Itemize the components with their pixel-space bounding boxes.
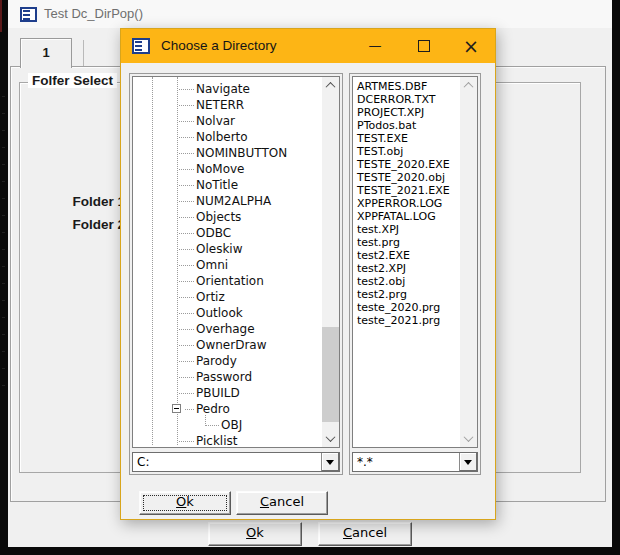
- scroll-up-button[interactable]: [322, 77, 339, 94]
- chevron-up-icon: [326, 82, 336, 92]
- close-button[interactable]: ×: [456, 33, 486, 59]
- file-item[interactable]: TESTE_2021.EXE: [353, 184, 460, 197]
- parent-cancel-button[interactable]: Cancel: [318, 522, 412, 546]
- tree-item[interactable]: Parody: [133, 353, 322, 369]
- maximize-icon: [418, 40, 430, 52]
- tree-item[interactable]: Omni: [133, 257, 322, 273]
- file-item[interactable]: TESTE_2020.obj: [353, 171, 460, 184]
- tree-item[interactable]: Password: [133, 369, 322, 385]
- scrollbar-thumb[interactable]: [322, 327, 339, 422]
- drive-value: C:: [137, 455, 149, 469]
- dialog-cancel-button[interactable]: Cancel: [236, 491, 328, 515]
- tree-item-label: OBJ: [221, 418, 242, 432]
- drive-dropdown-button[interactable]: [321, 453, 339, 471]
- tree-item-label: NOMINBUTTON: [196, 146, 287, 160]
- files-panel: ARTMES.DBF DCERROR.TXT PROJECT.XPJ PTodo…: [349, 73, 481, 475]
- background-window-left-edge: [0, 0, 8, 555]
- parent-window-title: Test Dc_DirPop(): [44, 6, 143, 21]
- file-listbox[interactable]: ARTMES.DBF DCERROR.TXT PROJECT.XPJ PTodo…: [352, 76, 478, 448]
- file-item[interactable]: XPPFATAL.LOG: [353, 210, 460, 223]
- file-item[interactable]: test2.XPJ: [353, 262, 460, 275]
- tree-item-label: Navigate: [196, 82, 250, 96]
- tree-item[interactable]: Navigate: [133, 81, 322, 97]
- tree-scrollbar[interactable]: [322, 77, 339, 447]
- screen: Test Dc_DirPop() 1 Folfer Select Folder …: [0, 0, 620, 555]
- tree-item-label: Omni: [196, 258, 228, 272]
- file-item[interactable]: test2.prg: [353, 288, 460, 301]
- tree-item[interactable]: Pedro: [133, 401, 322, 417]
- dialog-ok-button[interactable]: Ok: [139, 491, 231, 515]
- dropdown-arrow-icon: [326, 460, 334, 465]
- file-item[interactable]: PROJECT.XPJ: [353, 106, 460, 119]
- tree-item-label: Picklist: [196, 434, 237, 448]
- drive-combobox[interactable]: C:: [132, 452, 340, 472]
- tree-item[interactable]: Outlook: [133, 305, 322, 321]
- file-item[interactable]: XPPERROR.LOG: [353, 197, 460, 210]
- tree-item[interactable]: OwnerDraw: [133, 337, 322, 353]
- parent-ok-button[interactable]: Ok: [208, 522, 302, 546]
- tree-item[interactable]: Objects: [133, 209, 322, 225]
- file-item[interactable]: ARTMES.DBF: [353, 80, 460, 93]
- tree-item[interactable]: PBUILD: [133, 385, 322, 401]
- scroll-down-button[interactable]: [322, 430, 339, 447]
- filter-value: *.*: [357, 455, 373, 469]
- file-item[interactable]: TESTE_2020.EXE: [353, 158, 460, 171]
- tree-item[interactable]: NETERR: [133, 97, 322, 113]
- dialog-titlebar[interactable]: Choose a Directory — ×: [121, 29, 495, 63]
- tree-item[interactable]: Ortiz: [133, 289, 322, 305]
- chevron-down-icon: [326, 432, 336, 442]
- tree-item-label: Outlook: [196, 306, 243, 320]
- filter-dropdown-button[interactable]: [459, 453, 477, 471]
- tree-item[interactable]: Nolberto: [133, 129, 322, 145]
- collapse-minus-icon[interactable]: [172, 404, 181, 413]
- groupbox-label: Folfer Select: [28, 73, 117, 88]
- tree-item-label: Oleskiw: [196, 242, 243, 256]
- tree-item[interactable]: Picklist: [133, 433, 322, 448]
- tree-item[interactable]: NOMINBUTTON: [133, 145, 322, 161]
- tree-item-label: Overhage: [196, 322, 255, 336]
- file-item[interactable]: PTodos.bat: [353, 119, 460, 132]
- tree-item[interactable]: ODBC: [133, 225, 322, 241]
- file-item[interactable]: DCERROR.TXT: [353, 93, 460, 106]
- tree-item-label: PBUILD: [196, 386, 240, 400]
- close-icon: ×: [463, 34, 479, 58]
- tree-item[interactable]: Orientation: [133, 273, 322, 289]
- tab-strip-divider: [83, 40, 84, 66]
- file-item[interactable]: teste_2021.prg: [353, 314, 460, 327]
- file-item[interactable]: TEST.obj: [353, 145, 460, 158]
- tree-item-label: ODBC: [196, 226, 231, 240]
- folder2-label: Folder 2: [60, 217, 125, 232]
- tree-item[interactable]: Nolvar: [133, 113, 322, 129]
- directory-panel: Navigate NETERR Nolvar: [129, 73, 343, 475]
- file-item[interactable]: test.prg: [353, 236, 460, 249]
- maximize-button[interactable]: [409, 33, 439, 59]
- scroll-up-button[interactable]: [460, 77, 477, 94]
- tree-connector: [205, 415, 219, 426]
- tree-item[interactable]: NoMove: [133, 161, 322, 177]
- tree-item[interactable]: Oleskiw: [133, 241, 322, 257]
- tree-item-label: Parody: [196, 354, 237, 368]
- chevron-down-icon: [464, 432, 474, 442]
- tree-item[interactable]: NoTitle: [133, 177, 322, 193]
- file-item[interactable]: TEST.EXE: [353, 132, 460, 145]
- minimize-button[interactable]: —: [360, 33, 390, 59]
- tree-item[interactable]: NUM2ALPHA: [133, 193, 322, 209]
- scroll-down-button[interactable]: [460, 430, 477, 447]
- file-item[interactable]: test2.EXE: [353, 249, 460, 262]
- tree-item[interactable]: OBJ: [133, 417, 322, 433]
- tree-item[interactable]: Overhage: [133, 321, 322, 337]
- tree-item-label: Password: [196, 370, 252, 384]
- file-item[interactable]: test.XPJ: [353, 223, 460, 236]
- files-scrollbar[interactable]: [460, 77, 477, 447]
- file-item[interactable]: teste_2020.prg: [353, 301, 460, 314]
- tab-1[interactable]: 1: [20, 38, 72, 68]
- tree-item-label: NUM2ALPHA: [196, 194, 271, 208]
- directory-tree-listbox[interactable]: Navigate NETERR Nolvar: [132, 76, 340, 448]
- tree-item-label: NoMove: [196, 162, 245, 176]
- filter-combobox[interactable]: *.*: [352, 452, 478, 472]
- folder1-label: Folder 1: [60, 194, 125, 209]
- tree-item-label: Ortiz: [196, 290, 225, 304]
- file-item[interactable]: test2.obj: [353, 275, 460, 288]
- tree-item-label: Orientation: [196, 274, 264, 288]
- tree-item-label: OwnerDraw: [196, 338, 267, 352]
